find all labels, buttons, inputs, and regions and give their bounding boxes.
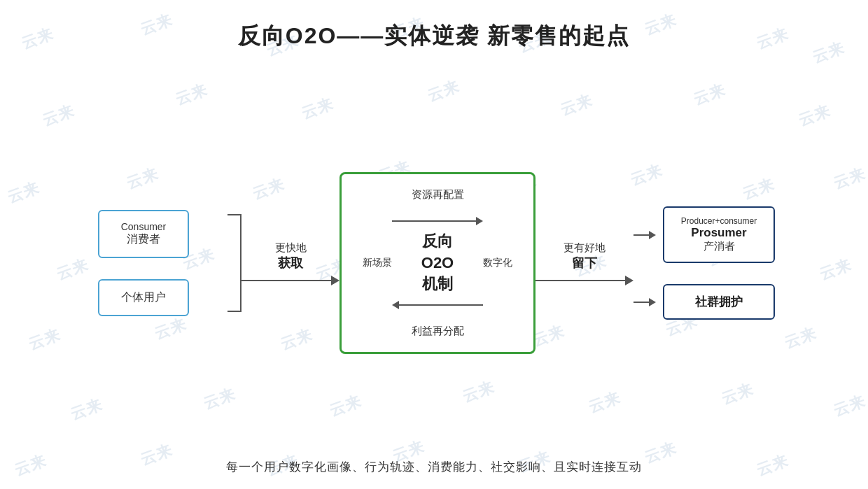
center-inner: 新场景 反向 O2O 机制 xyxy=(363,204,512,322)
bottom-description: 每一个用户数字化画像、行为轨迹、消费能力、社交影响、且实时连接互动 xyxy=(226,459,642,475)
page-title: 反向O2O——实体逆袭 新零售的起点 xyxy=(238,21,630,52)
arrow-right-text1: 更有好地 xyxy=(564,241,606,255)
arrow-right-text2: 留下 xyxy=(564,255,606,271)
cycle-bottom-head xyxy=(392,301,399,309)
right-arrow-label: 更有好地 留下 xyxy=(564,241,606,271)
center-right-label: 数字化 xyxy=(483,257,512,269)
left-bracket xyxy=(206,193,241,333)
left-boxes: Consumer 消费者 个体用户 xyxy=(80,210,206,316)
cycle-bottom-line xyxy=(399,304,483,306)
arrow-right-head xyxy=(625,276,634,285)
core-line1: 反向 xyxy=(422,232,453,250)
consumer-label-cn: 消费者 xyxy=(113,232,174,247)
community-item: 社群拥护 xyxy=(634,284,775,320)
center-left-label: 新场景 xyxy=(363,257,392,269)
arrow-left-line xyxy=(241,280,331,281)
arrow-left-text2: 获取 xyxy=(275,255,307,271)
cycle-top-head xyxy=(476,217,483,225)
right-section: Producer+consumer Prosumer 产消者 社群拥护 xyxy=(634,206,788,320)
right-arrow-section: 更有好地 留下 xyxy=(536,193,634,333)
arrow-right-line xyxy=(536,280,625,281)
core-line3: 机制 xyxy=(422,275,453,292)
prosumer-sub-cn: 产消者 xyxy=(676,240,762,253)
prosumer-item: Producer+consumer Prosumer 产消者 xyxy=(634,206,775,263)
center-o2o-box: 资源再配置 新场景 反向 O2O 机制 xyxy=(340,172,536,354)
page-content: 反向O2O——实体逆袭 新零售的起点 Consumer 消费者 个体用户 xyxy=(0,0,868,489)
center-bottom-label: 利益再分配 xyxy=(412,325,464,338)
left-arrow-label: 更快地 获取 xyxy=(275,241,307,271)
cycle-top-arrow xyxy=(392,217,483,225)
consumer-label-en: Consumer xyxy=(113,221,174,232)
center-top-label: 资源再配置 xyxy=(412,188,464,201)
community-label: 社群拥护 xyxy=(676,294,762,310)
prosumer-sub-en: Producer+consumer xyxy=(676,216,762,226)
arrow-left-text1: 更快地 xyxy=(275,241,307,255)
right-item-arrow xyxy=(634,231,656,239)
right-item-arrow xyxy=(634,298,656,306)
individual-user-box: 个体用户 xyxy=(98,279,189,316)
core-line2: O2O xyxy=(421,254,454,271)
core-text: 反向 O2O 机制 xyxy=(421,231,454,295)
arrow-left-head xyxy=(331,276,340,285)
left-group: Consumer 消费者 个体用户 xyxy=(80,193,241,333)
consumer-box: Consumer 消费者 xyxy=(98,210,189,258)
cycle-top-line xyxy=(392,220,476,222)
right-arrow xyxy=(536,276,634,285)
left-arrow xyxy=(241,276,340,285)
left-arrow-section: 更快地 获取 xyxy=(241,193,340,333)
center-core: 反向 O2O 机制 xyxy=(392,217,483,309)
bracket-top xyxy=(227,214,241,215)
cycle-bottom-arrow xyxy=(392,301,483,309)
community-box: 社群拥护 xyxy=(663,284,775,320)
bracket-bottom xyxy=(227,311,241,312)
individual-user-label: 个体用户 xyxy=(113,290,174,305)
main-diagram: Consumer 消费者 个体用户 更快地 获取 xyxy=(42,80,826,446)
prosumer-box: Producer+consumer Prosumer 产消者 xyxy=(663,206,775,263)
prosumer-main-text: Prosumer xyxy=(676,226,762,240)
